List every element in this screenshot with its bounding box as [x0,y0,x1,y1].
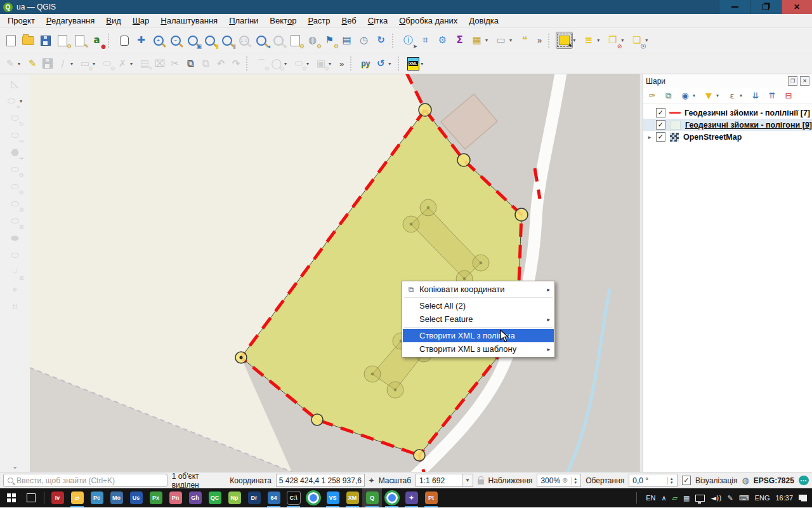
new-spatial-bookmark-button[interactable]: ⚑⚙ [321,32,338,49]
show-bookmarks-button[interactable]: ▤ [338,32,355,49]
collapse-all-button[interactable]: ⇈ [764,89,780,103]
layer-item[interactable]: ✓Геодезичні зйомки - полігони [9] [643,119,812,131]
tray-network-tray-icon[interactable] [695,495,705,502]
magnifier-spinbox[interactable]: 300% ⊗ ▲▼ [537,474,581,487]
menu-web[interactable]: Веб [336,15,362,27]
tray-action-center-icon[interactable] [799,495,807,502]
zoom-out-button[interactable]: − [167,32,184,49]
taskbar-task-view[interactable] [21,488,41,507]
layer-item[interactable]: ✓Геодезичні зйомки - полілінії [7] [643,107,812,119]
paste-features-button[interactable]: ⧉ [198,56,213,71]
split-features-button[interactable]: ⑂⊠ [7,264,23,281]
taskbar-command-prompt[interactable]: C:\ [284,488,303,507]
menu-vector[interactable]: Вектор [264,15,302,27]
taskbar-qgis[interactable]: Q [362,488,382,507]
close-button[interactable]: ✕ [781,0,812,14]
taskbar-irfanview[interactable]: Iv [48,488,67,507]
taskbar-chrome-2[interactable] [382,488,402,507]
add-rectangle-dropdown[interactable]: ▾ [93,61,100,67]
save-layer-edits-button[interactable] [40,56,55,71]
magnifier-spin-arrows[interactable]: ▲▼ [571,477,577,485]
menu-mesh[interactable]: Сітка [362,15,393,27]
new-print-layout-button[interactable]: ⚙ [54,32,71,49]
toolbar-handle[interactable] [350,57,355,70]
add-rectangle-button[interactable]: ▭⚙ [77,56,93,71]
digitize-regular-polygon-dropdown[interactable]: ▾ [329,61,336,67]
taskbar-door-app[interactable]: Dr [244,488,264,507]
tray-clock[interactable]: 16:37 [775,494,793,502]
digitize-ellipse-button[interactable]: ⬭⚙ [291,56,306,71]
python-console-button[interactable]: py [358,56,373,71]
statistical-summary-button[interactable]: ⌗ [417,32,434,49]
add-line-feature-button[interactable]: ∕ [55,56,70,71]
cad-tools-button[interactable]: ◺ [7,76,23,92]
digitize-curve-button[interactable]: ⌒⚙ [254,56,269,71]
context-menu-item-select-feature[interactable]: Select Feature▸ [403,312,554,326]
digitize-ellipse-dropdown[interactable]: ▾ [306,61,313,67]
vertex-tool-dropdown[interactable]: ▾ [130,61,137,67]
toolbar-handle[interactable] [392,34,397,48]
open-attribute-table-dropdown[interactable]: ▾ [485,37,492,43]
show-layout-manager-button[interactable]: ✎ [71,32,88,49]
reshape-features-button[interactable]: ⬬ [7,230,23,246]
add-part-button[interactable]: ⬭⚙ [7,161,23,178]
context-menu-item-create-xml-from-template[interactable]: Створити XML з шаблону▸ [403,342,554,356]
select-features-by-value-button[interactable]: ≡ [580,32,597,49]
zoom-full-button[interactable]: ▣ [184,32,201,49]
zoom-native-button[interactable]: 1:1 [235,32,252,49]
render-checkbox[interactable]: ✓ [682,476,691,485]
select-by-location-button[interactable]: ❏⦿ [628,32,645,49]
taskbar-qc-app[interactable]: QC [205,488,225,507]
restore-button[interactable] [750,0,781,14]
filter-by-expression-dropdown[interactable]: ▾ [740,93,747,98]
zoom-next-button[interactable]: ▸ [270,32,287,49]
open-layer-styling-button[interactable]: ✑ [645,89,660,103]
menu-view[interactable]: Вид [100,15,127,27]
menu-settings[interactable]: Налаштування [155,15,223,27]
select-features-by-value-dropdown[interactable]: ▾ [597,37,604,43]
menu-plugins[interactable]: Плагіни [223,15,264,27]
layer-item[interactable]: ▸✓OpenStreetMap [643,131,812,143]
toolbar-overflow-button[interactable]: » [534,36,546,45]
taskbar-xml-editor[interactable]: XM [343,488,362,507]
measure-line-button[interactable]: ▭ [492,32,509,49]
rotation-spinbox[interactable]: 0,0 ° ▲▼ [629,474,677,487]
map-tips-button[interactable]: ❝ [516,32,534,49]
new-map-view-button[interactable]: ⚙ [287,32,304,49]
delete-ring-button[interactable]: ⬭⊠ [7,196,23,212]
tray-language-short[interactable]: EN [646,494,655,502]
minimize-button[interactable] [719,0,750,14]
delete-selected-button[interactable]: ⌧ [152,56,167,71]
zoom-in-button[interactable]: + [150,32,167,49]
taskbar-vscode[interactable]: VS [323,488,343,507]
coordinate-value[interactable]: 5 428 424,4 1 258 937,6 [276,474,365,487]
context-menu-item-create-xml-from-polygon[interactable]: Створити XML з полігона [403,329,554,342]
add-ring-button[interactable]: ⬣➜ [7,144,23,161]
toolbar-handle[interactable] [108,34,113,48]
toolbar-handle[interactable] [246,57,251,70]
tray-grid-tray-icon[interactable]: ▦ [683,495,690,502]
new-3d-map-view-button[interactable]: ◍⚙ [304,32,321,49]
taskbar-paint-net[interactable]: Pn [166,488,185,507]
manage-map-themes-dropdown[interactable]: ▾ [693,93,700,98]
mouse-position-icon[interactable]: ⌖ [369,475,374,486]
manage-map-themes-button[interactable]: ◉ [678,89,693,103]
plugin-reloader-button[interactable]: ↺ [373,56,388,71]
menu-edit[interactable]: Редагування [41,15,101,27]
tray-snap-tray-icon[interactable]: ▱ [672,495,678,502]
layer-checkbox[interactable]: ✓ [656,120,665,130]
toolbar-handle[interactable] [398,57,403,70]
menu-layer[interactable]: Шар [127,15,155,27]
taskbar-pixel-app[interactable]: Px [146,488,166,507]
zoom-last-button[interactable]: ◂ [252,32,270,49]
processing-toolbox-button[interactable]: ⚙ [434,32,451,49]
menu-processing[interactable]: Обробка даних [393,15,463,27]
taskbar-user-app[interactable]: Us [126,488,146,507]
taskbar-sphere-app[interactable]: ✦ [402,488,421,507]
messages-icon[interactable]: ••• [799,476,809,485]
menu-project[interactable]: Проект [2,15,41,27]
add-group-button[interactable]: ⧉ [661,89,676,103]
menu-raster[interactable]: Растр [302,15,336,27]
zoom-to-layer-button[interactable]: ▮ [218,32,235,49]
tray-hidden-icons-icon[interactable]: ∧ [662,495,667,502]
